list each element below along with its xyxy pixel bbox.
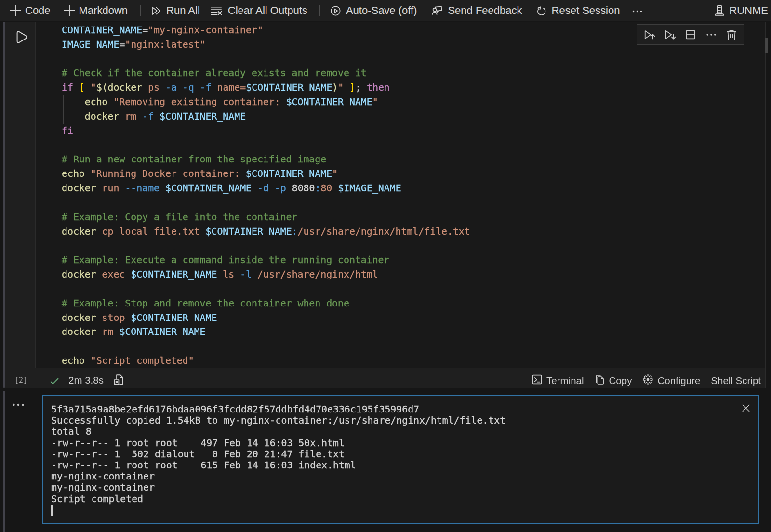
configure-label: Configure [657, 375, 700, 386]
reset-session-label: Reset Session [552, 4, 620, 17]
feedback-icon [431, 5, 443, 16]
cell-status-bar: [2] 2m 3.8s Terminal Copy [5, 368, 765, 388]
notebook-toolbar: Code Markdown Run All Clear All Outputs … [0, 0, 771, 21]
toolbar-separator [319, 5, 320, 16]
gear-icon [642, 374, 653, 387]
cell-language-label[interactable]: Shell Script [711, 375, 761, 386]
plus-icon [10, 5, 21, 16]
output-menu-button[interactable] [12, 400, 25, 409]
toolbar-more-button[interactable] [632, 5, 643, 16]
clear-all-outputs-button[interactable]: Clear All Outputs [210, 4, 307, 17]
copy-label: Copy [609, 375, 632, 386]
cell-toolbar [637, 24, 744, 45]
delete-cell-button[interactable] [724, 27, 739, 42]
auto-save-toggle[interactable]: Auto-Save (off) [330, 4, 417, 17]
output-focus-indicator[interactable] [3, 391, 6, 532]
notebook-cell: CONTAINER_NAME="my-nginx-container"IMAGE… [5, 22, 766, 388]
success-check-icon [49, 376, 60, 388]
cell-more-button[interactable] [704, 27, 718, 42]
terminal-cursor [51, 505, 53, 516]
output-text: 5f3a715a9a8be2efd6176bdaa096f3fcdd82f57d… [51, 404, 505, 516]
refresh-icon [536, 5, 547, 16]
execute-above-button[interactable] [642, 27, 657, 42]
reset-session-button[interactable]: Reset Session [536, 4, 620, 17]
add-markdown-label: Markdown [79, 4, 128, 17]
copy-button[interactable]: Copy [595, 374, 632, 387]
execution-duration: 2m 3.8s [68, 374, 104, 386]
configure-button[interactable]: Configure [642, 374, 700, 387]
toolbar-separator [140, 5, 141, 16]
run-all-button[interactable]: Run All [150, 4, 200, 17]
execution-order-label: [2] [14, 376, 27, 385]
runme-brand-button[interactable]: RUNME [714, 4, 768, 17]
plus-icon [64, 5, 75, 16]
output-close-button[interactable] [742, 404, 750, 412]
add-markdown-cell-button[interactable]: Markdown [64, 4, 128, 17]
split-cell-button[interactable] [683, 27, 698, 42]
run-cell-button[interactable] [15, 29, 28, 45]
run-all-icon [150, 5, 161, 16]
send-feedback-button[interactable]: Send Feedback [431, 4, 522, 17]
copy-icon [595, 374, 605, 387]
auto-save-label: Auto-Save (off) [346, 4, 417, 17]
ellipsis-icon [632, 5, 643, 16]
add-code-cell-button[interactable]: Code [10, 4, 51, 17]
clear-all-icon [210, 5, 222, 17]
cell-output-terminal[interactable]: 5f3a715a9a8be2efd6176bdaa096f3fcdd82f57d… [42, 395, 759, 524]
terminal-label: Terminal [546, 375, 584, 386]
runme-logo-icon [714, 5, 725, 16]
scrollbar-thumb[interactable] [765, 38, 768, 53]
terminal-icon [532, 374, 543, 387]
code-lines[interactable]: CONTAINER_NAME="my-nginx-container"IMAGE… [62, 23, 470, 368]
add-code-label: Code [25, 4, 51, 17]
terminal-button[interactable]: Terminal [532, 374, 584, 387]
cell-editor[interactable]: CONTAINER_NAME="my-nginx-container"IMAGE… [35, 22, 765, 368]
play-circle-icon [330, 5, 341, 16]
cell-bottom-border [36, 388, 766, 388]
shell-script-label: Shell Script [711, 375, 761, 386]
clear-all-label: Clear All Outputs [228, 4, 307, 17]
runme-brand-label: RUNME [729, 4, 768, 17]
open-session-output-button[interactable] [113, 374, 125, 387]
execute-below-button[interactable] [663, 27, 678, 42]
run-all-label: Run All [166, 4, 200, 17]
send-feedback-label: Send Feedback [448, 4, 522, 17]
